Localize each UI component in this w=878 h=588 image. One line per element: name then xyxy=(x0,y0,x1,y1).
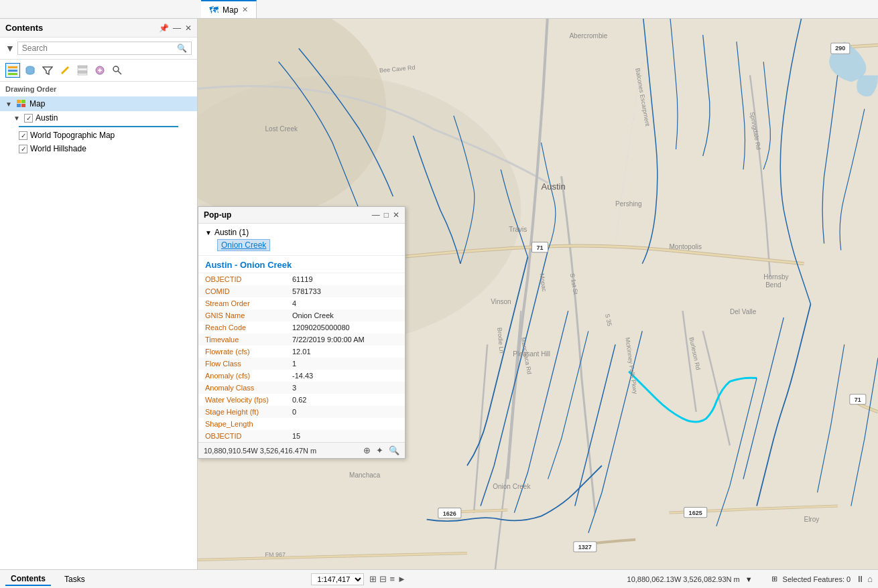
minimize-icon[interactable]: — xyxy=(173,23,181,33)
world-hillshade-checkbox[interactable] xyxy=(19,145,27,153)
popup-title: Pop-up xyxy=(204,210,231,220)
filter-toolbar-icon[interactable] xyxy=(40,63,55,78)
field-name: Anomaly (cfs) xyxy=(198,370,286,382)
zoom-toolbar-icon[interactable] xyxy=(110,63,125,78)
tree-item-austin[interactable]: ▼ Austin xyxy=(0,111,197,125)
world-topo-checkbox[interactable] xyxy=(19,131,27,140)
map-home-icon[interactable]: ⌂ xyxy=(867,574,873,584)
field-name: Stream Order xyxy=(198,297,286,309)
svg-text:71: 71 xyxy=(855,396,861,403)
map-tab-close[interactable]: ✕ xyxy=(242,5,248,14)
search-magnifier-icon[interactable]: 🔍 xyxy=(177,44,187,53)
popup-panel: Pop-up — □ ✕ ▼ Austin (1) Onion Creek Au… xyxy=(198,206,405,459)
drawing-order-label: Drawing Order xyxy=(0,82,197,96)
svg-rect-4 xyxy=(78,66,87,68)
field-name: COMID xyxy=(198,285,286,297)
search-input-wrap: 🔍 xyxy=(17,42,192,55)
svg-text:Onion Creek: Onion Creek xyxy=(493,483,531,490)
scale-select[interactable]: 1:147,417 xyxy=(311,573,364,585)
tree-item-world-topo[interactable]: World Topographic Map xyxy=(0,129,197,142)
svg-text:1625: 1625 xyxy=(689,510,702,516)
popup-minimize-icon[interactable]: — xyxy=(372,210,380,220)
filter-icon[interactable]: ▼ xyxy=(5,43,15,54)
field-name: Water Velocity (fps) xyxy=(198,394,286,406)
popup-tree: ▼ Austin (1) Onion Creek xyxy=(198,224,405,256)
table-row: Reach Code12090205000080 xyxy=(198,321,405,334)
table-row: OBJECTID61119 xyxy=(198,273,405,285)
popup-zoom-icon[interactable]: ⊕ xyxy=(363,445,371,455)
austin-checkbox[interactable] xyxy=(24,114,33,123)
layers-toolbar-icon[interactable] xyxy=(5,63,20,78)
arrow-icon[interactable]: ► xyxy=(397,574,406,584)
field-name: Flow Class xyxy=(198,358,286,370)
field-name: OBJECTID xyxy=(198,430,286,442)
popup-titlebar: Pop-up — □ ✕ xyxy=(198,207,405,224)
contents-tab[interactable]: Contents xyxy=(5,573,51,586)
coords-dropdown-icon[interactable]: ▼ xyxy=(745,575,753,583)
field-value: 1 xyxy=(286,358,405,370)
table-row: Anomaly (cfs)-14.43 xyxy=(198,370,405,382)
popup-onion-creek-item[interactable]: Onion Creek xyxy=(217,239,270,251)
popup-select-icon[interactable]: 🔍 xyxy=(389,445,399,455)
contents-panel: Contents 📌 — ✕ ▼ 🔍 xyxy=(0,19,198,569)
field-value: Onion Creek xyxy=(286,309,405,321)
table-row: OBJECTID15 xyxy=(198,430,405,442)
status-center: 1:147,417 ⊞ ⊟ ≡ ► xyxy=(311,573,405,585)
svg-rect-2 xyxy=(8,73,17,75)
svg-text:Austin: Austin xyxy=(542,181,566,192)
draw-toolbar-icon[interactable] xyxy=(92,63,107,78)
svg-text:1626: 1626 xyxy=(443,510,456,517)
field-value: 7/22/2019 9:00:00 AM xyxy=(286,334,405,346)
svg-rect-6 xyxy=(78,71,87,73)
map-tree-label: Map xyxy=(29,99,45,108)
edit-toolbar-icon[interactable] xyxy=(58,63,72,78)
map-container: 290 71 71 1626 1625 1327 Abercrombie Lo xyxy=(198,19,878,569)
svg-rect-14 xyxy=(21,104,25,107)
pin-icon[interactable]: 📌 xyxy=(159,23,169,33)
contents-header-controls: 📌 — ✕ xyxy=(159,23,192,33)
popup-footer-icons: ⊕ ✦ 🔍 xyxy=(363,445,399,455)
popup-restore-icon[interactable]: □ xyxy=(384,210,389,220)
popup-austin-label: Austin (1) xyxy=(214,228,249,237)
status-coords: 10,880,062.13W 3,526,082.93N m xyxy=(627,575,740,583)
svg-text:290: 290 xyxy=(835,45,845,52)
tasks-tab[interactable]: Tasks xyxy=(59,573,90,585)
popup-controls: — □ ✕ xyxy=(372,210,399,220)
popup-close-icon[interactable]: ✕ xyxy=(393,210,399,220)
table-toolbar-icon[interactable] xyxy=(75,63,90,78)
svg-rect-11 xyxy=(17,100,21,103)
world-topo-label: World Topographic Map xyxy=(30,131,115,140)
austin-expand-icon: ▼ xyxy=(13,115,21,122)
layout-icon[interactable]: ⊞ xyxy=(771,575,777,583)
tree-item-world-hillshade[interactable]: World Hillshade xyxy=(0,142,197,155)
fit-frame-icon[interactable]: ⊞ xyxy=(369,574,377,584)
tree-item-map[interactable]: ▼ Map xyxy=(0,96,197,111)
svg-point-9 xyxy=(113,66,119,72)
svg-text:Elroy: Elroy xyxy=(804,516,819,523)
table-row: Anomaly Class3 xyxy=(198,382,405,394)
map-area[interactable]: 290 71 71 1626 1625 1327 Abercrombie Lo xyxy=(198,19,878,569)
pause-icon[interactable]: ⏸ xyxy=(856,574,865,584)
status-right: 10,880,062.13W 3,526,082.93N m ▼ ⊞ Selec… xyxy=(627,574,873,584)
popup-table: OBJECTID61119COMID5781733Stream Order4GN… xyxy=(198,273,405,442)
explore-icon[interactable]: ≡ xyxy=(389,574,395,584)
popup-austin-item[interactable]: ▼ Austin (1) xyxy=(205,228,398,237)
popup-flash-icon[interactable]: ✦ xyxy=(376,445,383,455)
field-value: 3 xyxy=(286,382,405,394)
status-nav-icons: ⏸ ⌂ xyxy=(856,574,873,584)
field-name: Timevalue xyxy=(198,334,286,346)
data-toolbar-icon[interactable] xyxy=(23,63,38,78)
popup-expand-icon: ▼ xyxy=(205,229,212,236)
map-tab[interactable]: 🗺 Map ✕ xyxy=(201,0,257,18)
field-name: OBJECTID xyxy=(198,273,286,285)
table-row: Stream Order4 xyxy=(198,297,405,309)
close-panel-icon[interactable]: ✕ xyxy=(185,23,192,33)
svg-rect-12 xyxy=(21,100,25,103)
field-value: 15 xyxy=(286,430,405,442)
popup-table-wrapper: OBJECTID61119COMID5781733Stream Order4GN… xyxy=(198,273,405,442)
field-value: 4 xyxy=(286,297,405,309)
austin-blue-underline xyxy=(19,126,178,127)
austin-tree-label: Austin xyxy=(36,113,58,123)
grid-icon[interactable]: ⊟ xyxy=(379,574,387,584)
search-input[interactable] xyxy=(22,44,177,53)
